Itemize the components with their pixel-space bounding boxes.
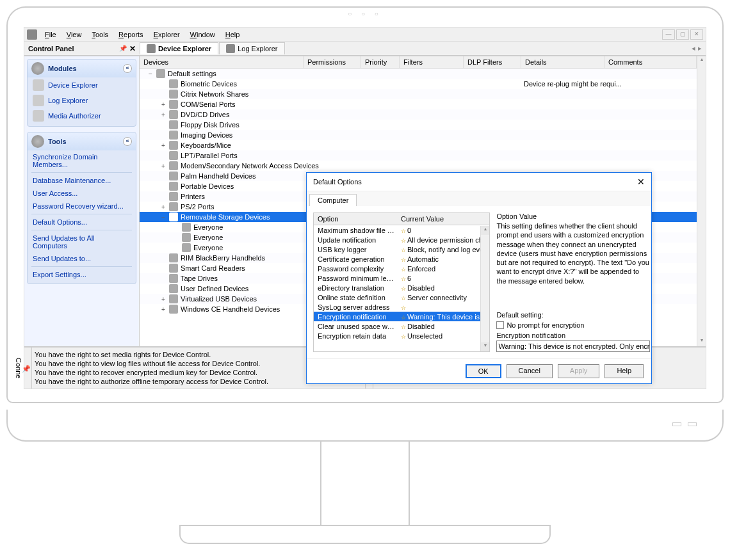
menu-reports[interactable]: Reports <box>113 29 149 40</box>
col-devices[interactable]: Devices <box>140 56 304 68</box>
tab-log-explorer[interactable]: Log Explorer <box>219 42 284 54</box>
checkbox-no-prompt[interactable]: No prompt for encryption <box>496 321 650 329</box>
tree-label: Tape Drives <box>181 275 218 282</box>
section-modules-header[interactable]: Modules « <box>28 60 136 77</box>
left-bottom-tab[interactable]: 📌 Conne <box>24 348 32 388</box>
menu-explorer[interactable]: Explorer <box>149 29 185 40</box>
option-row[interactable]: Encryption notification☆Warning: This de… <box>314 312 489 321</box>
pin-star-icon: ☆ <box>401 285 406 292</box>
col-permissions[interactable]: Permissions <box>304 56 361 68</box>
device-icon <box>169 172 178 180</box>
pin-icon[interactable]: 📌 <box>119 45 127 52</box>
minimize-button[interactable]: — <box>662 29 675 40</box>
col-dlp[interactable]: DLP Filters <box>464 56 521 68</box>
option-row[interactable]: Online state definition☆Server connectiv… <box>314 292 489 302</box>
scroll-up-icon[interactable]: ▴ <box>481 226 489 235</box>
section-tools: Tools « Synchronize Domain Members... Da… <box>27 132 136 284</box>
option-row[interactable]: eDirectory translation☆Disabled <box>314 283 489 292</box>
expander-icon[interactable]: + <box>160 142 166 149</box>
window-controls: — ▢ ✕ <box>662 29 703 40</box>
tree-row[interactable]: Citrix Network Shares <box>140 89 697 99</box>
option-row[interactable]: SysLog server address☆ <box>314 302 489 312</box>
menu-window[interactable]: Window <box>185 29 220 40</box>
col-comments[interactable]: Comments <box>604 56 697 68</box>
expander-icon[interactable]: + <box>160 111 166 118</box>
monitor-frame: ○ ○ ○ File View Tools Reports Explorer W… <box>6 6 724 403</box>
expander-icon[interactable]: + <box>160 204 166 211</box>
menu-file[interactable]: File <box>40 29 61 40</box>
ok-button[interactable]: OK <box>466 364 501 378</box>
tool-sync[interactable]: Synchronize Domain Members... <box>28 150 136 171</box>
log-explorer-icon <box>33 95 44 106</box>
default-setting-label: Default setting: <box>496 311 650 319</box>
dialog-titlebar[interactable]: Default Options ✕ <box>307 173 651 191</box>
menu-help[interactable]: Help <box>220 29 245 40</box>
tool-user-access[interactable]: User Access... <box>28 187 136 200</box>
expander-icon[interactable]: + <box>160 101 166 108</box>
option-row[interactable]: Maximum shadow file size☆0 <box>314 225 489 235</box>
menu-view[interactable]: View <box>61 29 87 40</box>
cancel-button[interactable]: Cancel <box>507 364 553 378</box>
link-device-explorer[interactable]: Device Explorer <box>28 77 136 93</box>
option-row[interactable]: Update notification☆All device permissio… <box>314 235 489 244</box>
option-row[interactable]: Encryption retain data☆Unselected <box>314 331 489 340</box>
tool-send-updates-to[interactable]: Send Updates to... <box>28 252 136 265</box>
panel-close-icon[interactable]: ✕ <box>129 44 136 53</box>
col-details[interactable]: Details <box>521 56 604 68</box>
collapse-icon[interactable]: « <box>123 64 132 73</box>
tool-send-updates-all[interactable]: Send Updates to All Computers <box>28 232 136 252</box>
maximize-button[interactable]: ▢ <box>676 29 689 40</box>
tree-row-root[interactable]: −Default settings <box>140 68 697 79</box>
tree-row[interactable]: +DVD/CD Drives <box>140 109 697 120</box>
help-button[interactable]: Help <box>604 364 644 378</box>
option-row[interactable]: USB key logger☆Block, notify and log eve… <box>314 244 489 254</box>
collapse-icon[interactable]: « <box>123 137 132 146</box>
tree-row[interactable]: Biometric DevicesDevice re-plug might be… <box>140 79 697 89</box>
dialog-close-icon[interactable]: ✕ <box>637 177 645 187</box>
option-row[interactable]: Clear unused space when e...☆Disabled <box>314 321 489 331</box>
tree-row[interactable]: +COM/Serial Ports <box>140 99 697 109</box>
option-row[interactable]: Certificate generation☆Automatic <box>314 254 489 264</box>
tree-row[interactable]: LPT/Parallel Ports <box>140 150 697 161</box>
expander-icon[interactable]: + <box>160 306 166 313</box>
link-log-explorer[interactable]: Log Explorer <box>28 93 136 108</box>
tool-export-settings[interactable]: Export Settings... <box>28 268 136 281</box>
close-button[interactable]: ✕ <box>690 29 703 40</box>
default-options-dialog: Default Options ✕ Computer Option Curren… <box>306 172 652 384</box>
section-tools-header[interactable]: Tools « <box>28 132 136 150</box>
tab-device-explorer[interactable]: Device Explorer <box>140 42 218 54</box>
tool-password-recovery[interactable]: Password Recovery wizard... <box>28 200 136 212</box>
scroll-down-icon[interactable]: ▾ <box>481 342 489 351</box>
tab-scroll[interactable]: ◂▸ <box>692 44 706 52</box>
dialog-tab-computer[interactable]: Computer <box>309 194 357 206</box>
expander-icon[interactable]: − <box>147 70 154 77</box>
option-row[interactable]: Password complexity☆Enforced <box>314 264 489 273</box>
opt-col-option[interactable]: Option <box>314 213 397 225</box>
scroll-up-icon[interactable]: ▴ <box>697 56 706 65</box>
tree-row[interactable]: Imaging Devices <box>140 130 697 140</box>
tree-label: Smart Card Readers <box>181 264 245 272</box>
link-media-authorizer[interactable]: Media Authorizer <box>28 108 136 124</box>
col-filters[interactable]: Filters <box>400 56 464 68</box>
opt-col-value[interactable]: Current Value <box>397 213 489 225</box>
col-priority[interactable]: Priority <box>361 56 400 68</box>
tree-label: Citrix Network Shares <box>181 90 248 98</box>
scroll-down-icon[interactable]: ▾ <box>697 337 706 346</box>
vertical-scrollbar[interactable]: ▴ ▾ <box>697 56 706 346</box>
expander-icon[interactable]: + <box>160 296 166 303</box>
expander-icon[interactable]: − <box>160 214 166 221</box>
apply-button[interactable]: Apply <box>558 364 600 378</box>
option-row[interactable]: Password minimum length☆6 <box>314 273 489 283</box>
options-scrollbar[interactable]: ▴ ▾ <box>480 226 489 351</box>
tree-row[interactable]: +Modem/Secondary Network Access Devices <box>140 161 697 171</box>
device-icon <box>169 264 178 273</box>
tree-row[interactable]: Floppy Disk Drives <box>140 120 697 130</box>
expander-icon[interactable]: + <box>160 163 166 170</box>
tool-default-options[interactable]: Default Options... <box>28 216 136 228</box>
tree-row[interactable]: +Keyboards/Mice <box>140 140 697 150</box>
tree-detail: Device re-plug might be requi... <box>524 80 622 88</box>
tree-label: COM/Serial Ports <box>181 100 236 108</box>
menu-tools[interactable]: Tools <box>86 29 113 40</box>
tool-db-maint[interactable]: Database Maintenance... <box>28 174 136 187</box>
encryption-notification-input[interactable]: Warning: This device is not encrypted. O… <box>496 340 650 352</box>
